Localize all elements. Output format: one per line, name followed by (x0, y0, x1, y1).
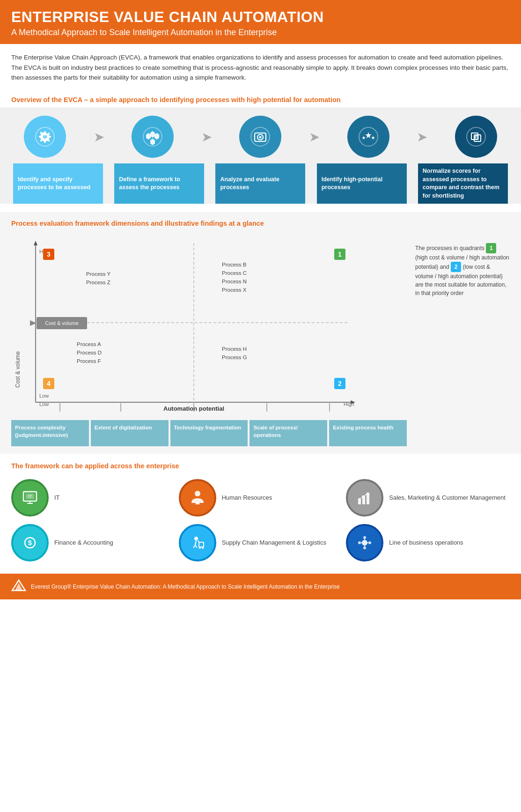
main-subtitle: A Methodical Approach to Scale Intellige… (11, 28, 510, 37)
svg-point-91 (358, 541, 361, 544)
chart-legend: The processes in quadrants 1 (high cost … (407, 243, 510, 297)
enterprise-item-supply: Supply Chain Management & Logistics (179, 524, 343, 561)
legend-badge-2: 2 (451, 262, 461, 272)
svg-point-89 (363, 536, 366, 539)
svg-line-81 (195, 540, 196, 545)
svg-point-90 (363, 546, 366, 549)
svg-text:3: 3 (47, 251, 51, 258)
finance-svg-icon: $ (21, 534, 39, 552)
intro-text: The Enterprise Value Chain Approach (EVC… (11, 52, 510, 83)
sales-icon (346, 479, 383, 517)
evca-icons-row: ➤ ➤ (7, 116, 514, 163)
dim-4: Scale of process/ operations (249, 420, 327, 446)
svg-rect-2 (44, 134, 45, 137)
gear-exclamation-icon (35, 126, 55, 147)
lob-svg-icon (356, 534, 374, 552)
svg-marker-5 (150, 131, 155, 138)
enterprise-section: The framework can be applied across the … (0, 454, 521, 570)
svg-text:2: 2 (338, 380, 342, 387)
enterprise-grid: IT IT Human Resources (11, 479, 510, 561)
hr-label: Human Resources (222, 494, 272, 502)
svg-rect-84 (199, 542, 204, 547)
sales-label: Sales, Marketing & Customer Management (389, 494, 506, 502)
dim-3: Technology fragmentation (170, 420, 248, 446)
footer-text: Everest Group® Enterprise Value Chain Au… (31, 583, 340, 590)
intro-section: The Enterprise Value Chain Approach (EVC… (0, 44, 521, 91)
quadrant-chart: Cost & volume Automation potential High … (11, 234, 367, 412)
svg-text:1: 1 (338, 251, 342, 258)
svg-point-71 (195, 491, 200, 496)
chart-area: Cost & volume Automation potential High … (11, 234, 510, 446)
evca-section-title: Overview of the EVCA – a simple approach… (0, 91, 521, 107)
svg-marker-14 (365, 132, 372, 138)
camera-circle-icon (250, 126, 271, 147)
y-axis-label: Cost & volume (15, 351, 21, 388)
evca-step-4-icon-wrap (347, 116, 389, 158)
evca-label-1: Identify and specify processes to be ass… (13, 163, 103, 204)
evca-step-1-circle (24, 116, 66, 158)
chart-section: Process evaluation framework dimensions … (0, 212, 521, 454)
evca-step-2-circle (132, 116, 174, 158)
hr-icon (179, 479, 216, 517)
svg-text:Process Z: Process Z (86, 280, 110, 285)
svg-point-77 (367, 493, 368, 495)
svg-text:Low: Low (39, 393, 49, 399)
chart-svg-wrap: Cost & volume Automation potential High … (11, 234, 407, 413)
everest-logo-icon (11, 579, 26, 591)
svg-marker-7 (154, 133, 159, 140)
normalize-icon (466, 126, 486, 147)
svg-marker-16 (371, 136, 375, 140)
it-icon: IT (11, 479, 49, 517)
svg-line-83 (195, 545, 197, 548)
legend-text: The processes in quadrants 1 (high cost … (415, 243, 510, 297)
svg-text:Low: Low (39, 401, 49, 407)
it-svg-icon: IT (21, 489, 39, 507)
enterprise-item-it: IT IT (11, 479, 175, 517)
svg-text:Process N: Process N (222, 279, 247, 284)
sales-svg-icon (356, 489, 374, 507)
hr-svg-icon (189, 489, 206, 507)
svg-text:Process G: Process G (222, 354, 247, 360)
hexagon-grid-icon (142, 126, 163, 147)
svg-text:Process H: Process H (222, 346, 247, 352)
svg-marker-8 (150, 139, 155, 145)
page-footer: Everest Group® Enterprise Value Chain Au… (0, 574, 521, 599)
svg-text:Process F: Process F (77, 358, 101, 364)
it-label: IT (54, 494, 60, 502)
evca-step-3-icon-wrap (239, 116, 281, 158)
svg-marker-15 (362, 136, 366, 140)
arrow-1: ➤ (94, 129, 104, 145)
supply-svg-icon (189, 534, 206, 552)
chart-main: Cost & volume Automation potential High … (11, 234, 407, 446)
svg-rect-74 (367, 493, 369, 504)
enterprise-item-lob: Line of business operations (346, 524, 510, 561)
enterprise-item-hr: Human Resources (179, 479, 343, 517)
everest-logo (11, 579, 26, 594)
chart-section-title: Process evaluation framework dimensions … (11, 220, 510, 227)
svg-point-92 (368, 541, 371, 544)
svg-text:Process B: Process B (222, 262, 247, 267)
svg-text:Cost & volume: Cost & volume (45, 320, 79, 326)
evca-label-5: Normalize scores for assessed processes … (418, 163, 508, 204)
svg-line-87 (198, 540, 199, 542)
svg-point-80 (194, 537, 198, 540)
dim-1: Process complexity (judgment-intensive) (11, 420, 89, 446)
evca-step-5-circle (455, 116, 497, 158)
enterprise-item-sales: Sales, Marketing & Customer Management (346, 479, 510, 517)
svg-text:4: 4 (47, 380, 51, 387)
supply-label: Supply Chain Management & Logistics (222, 539, 326, 547)
enterprise-title: The framework can be applied across the … (11, 462, 510, 470)
arrow-4: ➤ (417, 129, 427, 145)
evca-container: ➤ ➤ (0, 107, 521, 204)
evca-step-1-icon-wrap (24, 116, 66, 158)
lob-icon (346, 524, 383, 561)
svg-text:High: High (344, 401, 354, 407)
svg-point-12 (259, 136, 262, 139)
svg-point-75 (359, 498, 360, 500)
arrow-2: ➤ (201, 129, 212, 145)
legend-badge-1: 1 (486, 243, 496, 253)
svg-text:Process X: Process X (222, 287, 247, 293)
supply-icon (179, 524, 216, 561)
evca-step-5-icon-wrap (455, 116, 497, 158)
dim-5: Existing process health (329, 420, 407, 446)
